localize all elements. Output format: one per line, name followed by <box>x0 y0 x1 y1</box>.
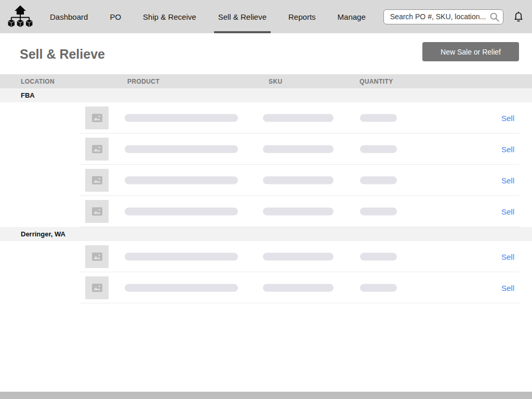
main-nav: Dashboard PO Ship & Receive Sell & Relie… <box>46 0 383 33</box>
table-row: Sell <box>0 196 532 227</box>
nav-item-po[interactable]: PO <box>105 0 125 33</box>
quantity-skeleton <box>360 145 397 153</box>
sell-link[interactable]: Sell <box>501 176 514 185</box>
sell-link[interactable]: Sell <box>501 284 514 292</box>
quantity-skeleton <box>360 208 397 216</box>
image-icon <box>91 176 103 185</box>
product-image-placeholder <box>85 245 109 268</box>
search-input[interactable] <box>383 9 503 24</box>
quantity-skeleton <box>360 177 397 184</box>
sku-skeleton <box>263 145 334 153</box>
product-skeleton <box>125 284 238 292</box>
image-icon <box>91 252 103 261</box>
table-row: Sell <box>0 272 532 303</box>
sku-skeleton <box>263 114 334 122</box>
sell-link[interactable]: Sell <box>501 207 514 216</box>
product-image-placeholder <box>85 138 109 161</box>
table-header: LOCATION PRODUCT ▲ SKU QUANTITY <box>0 74 532 88</box>
image-icon <box>91 283 103 292</box>
new-sale-or-relief-button[interactable]: New Sale or Relief <box>422 42 519 61</box>
image-icon <box>91 207 103 216</box>
product-skeleton <box>125 208 238 216</box>
search-box <box>383 9 503 24</box>
page-title: Sell & Relieve <box>20 46 105 61</box>
nav-item-ship-receive[interactable]: Ship & Receive <box>139 0 201 33</box>
table-row: Sell <box>0 134 532 165</box>
sell-link[interactable]: Sell <box>501 145 514 154</box>
sku-skeleton <box>263 253 334 261</box>
sku-skeleton <box>263 284 334 292</box>
product-image-placeholder <box>85 169 109 192</box>
nav-item-reports[interactable]: Reports <box>284 0 320 33</box>
table-row: Sell <box>0 165 532 196</box>
sell-link[interactable]: Sell <box>501 114 514 123</box>
nav-item-manage[interactable]: Manage <box>334 0 370 33</box>
page-header: Sell & Relieve New Sale or Relief <box>0 33 532 74</box>
quantity-skeleton <box>360 114 397 122</box>
search-icon <box>489 11 500 24</box>
table-row: Sell <box>0 241 532 272</box>
column-header-sku[interactable]: SKU <box>269 78 283 85</box>
sku-skeleton <box>263 208 334 216</box>
notifications-button[interactable] <box>513 10 524 23</box>
bell-icon <box>513 10 524 23</box>
product-image-placeholder <box>85 200 109 223</box>
product-image-placeholder <box>85 276 109 299</box>
product-image-placeholder <box>85 107 109 129</box>
top-navigation-bar: Dashboard PO Ship & Receive Sell & Relie… <box>0 0 532 33</box>
location-group-header: Derringer, WA <box>0 227 532 241</box>
sku-skeleton <box>263 177 334 184</box>
column-header-product[interactable]: PRODUCT <box>127 78 159 85</box>
product-skeleton <box>125 145 238 153</box>
column-header-location[interactable]: LOCATION <box>21 78 55 85</box>
image-icon <box>91 113 103 123</box>
column-header-quantity[interactable]: QUANTITY <box>360 78 393 85</box>
quantity-skeleton <box>360 253 397 261</box>
warehouse-distribution-icon <box>7 4 33 29</box>
nav-item-dashboard[interactable]: Dashboard <box>46 0 92 33</box>
product-skeleton <box>125 114 238 122</box>
quantity-skeleton <box>360 284 397 292</box>
nav-item-sell-relieve[interactable]: Sell & Relieve <box>214 0 271 33</box>
table-row: Sell <box>0 102 532 134</box>
sort-ascending-icon: ▲ <box>38 79 43 84</box>
sell-link[interactable]: Sell <box>501 252 514 261</box>
bottom-bar <box>0 392 532 399</box>
product-skeleton <box>125 177 238 184</box>
product-skeleton <box>125 253 238 261</box>
location-group-header: FBA <box>0 88 532 102</box>
image-icon <box>91 144 103 154</box>
app-logo[interactable] <box>7 4 33 30</box>
